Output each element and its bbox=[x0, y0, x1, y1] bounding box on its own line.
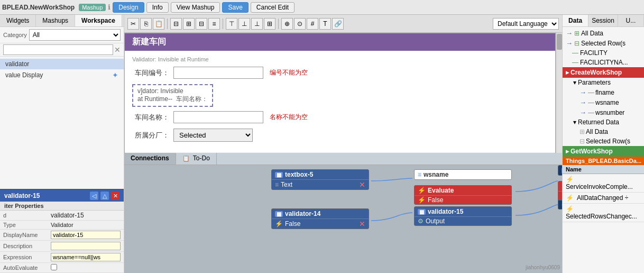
node-validator15[interactable]: ▦ validator-15 ⚙ Output bbox=[414, 206, 512, 226]
things-cell-3: ⚡ SelectedRowsChangec... bbox=[563, 205, 644, 221]
returned-alldata[interactable]: ⊞ All Data bbox=[576, 127, 644, 136]
node-things[interactable]: ▦ Things_BPLEAD.BasicDataMa... bbox=[558, 165, 562, 176]
category-row: Category All bbox=[0, 27, 124, 43]
tb-link[interactable]: 🔗 bbox=[332, 18, 344, 30]
cancel-edit-btn[interactable]: Cancel Edit bbox=[251, 2, 295, 13]
wsname-icon: ≡ bbox=[418, 171, 421, 178]
things-row-1[interactable]: ⚡ ServiceInvokeComple... bbox=[563, 174, 644, 193]
conn-tabs: Connections 📋 To-Do bbox=[124, 153, 562, 165]
node-textbox5[interactable]: ▦ textbox-5 ≡ Text ✕ bbox=[271, 169, 369, 190]
param-flname[interactable]: → — flname bbox=[576, 87, 644, 97]
tb-settings[interactable]: ⊙ bbox=[294, 18, 306, 30]
sidebar-tab-widgets[interactable]: Widgets bbox=[0, 15, 36, 26]
returned-selectedrow[interactable]: ⊟ Selected Row(s bbox=[576, 136, 644, 146]
lightning-icon-things2: ⚡ bbox=[566, 194, 574, 202]
table-row: d validator-15 bbox=[0, 211, 124, 221]
tb-align-mid[interactable]: ⊥ bbox=[238, 18, 250, 30]
displayname-input[interactable] bbox=[51, 231, 121, 239]
tb-align-right[interactable]: ⊟ bbox=[196, 18, 207, 30]
things-table-header: Name bbox=[563, 165, 644, 174]
info-btn[interactable]: Info bbox=[146, 2, 169, 13]
right-item-facilityname[interactable]: — FACILICITYNA... bbox=[563, 58, 644, 67]
field-value-displayname[interactable] bbox=[48, 230, 124, 241]
description-input[interactable] bbox=[51, 242, 121, 250]
node-header-createworkshop: ✕ ● CreateWorkShop bbox=[558, 181, 562, 191]
field-input-id[interactable] bbox=[173, 67, 263, 79]
search-input[interactable] bbox=[3, 44, 113, 55]
tb-align-bot[interactable]: ⊥ bbox=[251, 18, 263, 30]
props-icon-back[interactable]: ◁ bbox=[90, 192, 98, 200]
sidebar-item-validator[interactable]: validator bbox=[0, 59, 124, 69]
save-btn[interactable]: Save bbox=[222, 2, 248, 13]
category-select[interactable]: All bbox=[29, 29, 121, 41]
lang-select[interactable]: Default Language bbox=[493, 18, 559, 30]
props-header: validator-15 ◁ △ ✕ bbox=[0, 190, 124, 202]
connections-area: Connections 📋 To-Do bbox=[124, 153, 562, 273]
tb-grid2[interactable]: # bbox=[307, 18, 318, 30]
right-content: → ⊞ All Data → ⊟ Selected Row(s — FACILI… bbox=[563, 27, 644, 273]
view-mashup-btn[interactable]: View Mashup bbox=[171, 2, 220, 13]
param-arrow-2: → bbox=[579, 98, 586, 106]
tb-paste[interactable]: 📋 bbox=[153, 18, 164, 30]
factory-select[interactable]: Selected bbox=[173, 129, 253, 142]
lightning-icon-1: ⚡ bbox=[275, 220, 283, 228]
param-wsname[interactable]: → — wsname bbox=[576, 97, 644, 107]
right-tab-more[interactable]: U... bbox=[618, 15, 644, 26]
right-tab-session[interactable]: Session bbox=[588, 15, 618, 26]
node-wsname[interactable]: ≡ wsname bbox=[414, 169, 512, 180]
node-icon-things: ▦ bbox=[562, 168, 562, 174]
form-row-select: 所属分厂： Selected bbox=[132, 129, 548, 142]
right-tab-data[interactable]: Data bbox=[563, 15, 588, 26]
autoevaluate-checkbox[interactable] bbox=[51, 264, 57, 270]
conn-tab-connections[interactable]: Connections bbox=[124, 153, 176, 165]
tb-layers[interactable]: ⊕ bbox=[281, 18, 293, 30]
field-value-auto[interactable] bbox=[48, 263, 124, 273]
props-icon-close[interactable]: ✕ bbox=[111, 192, 119, 200]
tb-align-center[interactable]: ⊞ bbox=[183, 18, 195, 30]
top-bar: BPLEAD.NewWorkShop Mashup ℹ Design Info … bbox=[0, 0, 644, 15]
vertical-scrollbar[interactable] bbox=[556, 33, 562, 153]
node-evaluate[interactable]: ⚡ Evaluate ⚡ False bbox=[414, 185, 512, 205]
expression-input[interactable] bbox=[51, 253, 121, 261]
node-createworkshop[interactable]: ✕ ● CreateWorkShop ● Visible ▪ label-17 bbox=[558, 181, 562, 210]
mashup-badge: Mashup bbox=[79, 4, 106, 11]
sidebar-item-value-display[interactable]: value Display ✦ bbox=[0, 69, 124, 81]
clear-search-btn[interactable]: ✕ bbox=[114, 46, 121, 54]
table-row: Type Validator bbox=[0, 221, 124, 230]
node-remove-text[interactable]: ✕ bbox=[359, 180, 365, 189]
right-item-selectedrows[interactable]: → ⊟ Selected Row(s bbox=[563, 38, 644, 48]
sidebar-tab-workspace[interactable]: Workspace bbox=[75, 15, 122, 26]
tb-align-top[interactable]: ⊤ bbox=[226, 18, 237, 30]
conn-tab-todo[interactable]: 📋 To-Do bbox=[176, 153, 217, 165]
left-sidebar: Widgets Mashups Workspace Category All ✕… bbox=[0, 15, 124, 273]
sidebar-tab-mashups[interactable]: Mashups bbox=[36, 15, 75, 26]
things-row-2[interactable]: ⚡ AllDataChanged ÷ bbox=[563, 193, 644, 204]
tb-distribute[interactable]: ≡ bbox=[208, 18, 220, 30]
scrollbar-thumb[interactable] bbox=[557, 34, 562, 50]
create-workshop-section-header[interactable]: ▸ CreateWorkShop bbox=[563, 67, 644, 78]
node-icon-validator14: ▦ bbox=[275, 211, 283, 217]
sidebar-tabs: Widgets Mashups Workspace bbox=[0, 15, 124, 27]
tb-cut[interactable]: ✂ bbox=[127, 18, 139, 30]
node-header-things: ▦ Things_BPLEAD.BasicDataMa... bbox=[558, 166, 562, 175]
things-row-3[interactable]: ⚡ SelectedRowsChangec... bbox=[563, 204, 644, 222]
design-btn[interactable]: Design bbox=[113, 2, 144, 13]
tb-copy[interactable]: ⎘ bbox=[140, 18, 152, 30]
right-item-alldata[interactable]: → ⊞ All Data bbox=[563, 28, 644, 38]
returned-icon-2: ⊟ bbox=[579, 138, 585, 145]
field-input-name[interactable] bbox=[173, 111, 263, 123]
tb-grid[interactable]: ⊞ bbox=[264, 18, 275, 30]
getworkshop-section-header[interactable]: ▸ GetWorkShop bbox=[563, 146, 644, 157]
tb-text[interactable]: T bbox=[319, 18, 331, 30]
field-value-desc[interactable] bbox=[48, 241, 124, 252]
field-value-expr[interactable] bbox=[48, 252, 124, 263]
canvas-area: 新建车间 Validator: Invisible at Runtime 车间编… bbox=[124, 33, 562, 153]
field-label-id: 车间编号： bbox=[132, 68, 169, 78]
node-validator14[interactable]: ▦ validator-14 ⚡ False ✕ bbox=[271, 208, 369, 229]
props-icon-forward[interactable]: △ bbox=[100, 192, 109, 200]
param-wsnumber[interactable]: → — wsnumber bbox=[576, 107, 644, 117]
node-header-wsname: ≡ wsname bbox=[415, 170, 511, 179]
right-item-facility[interactable]: — FACILITY bbox=[563, 48, 644, 58]
tb-align-left[interactable]: ⊟ bbox=[170, 18, 182, 30]
node-remove-false1[interactable]: ✕ bbox=[359, 220, 365, 228]
